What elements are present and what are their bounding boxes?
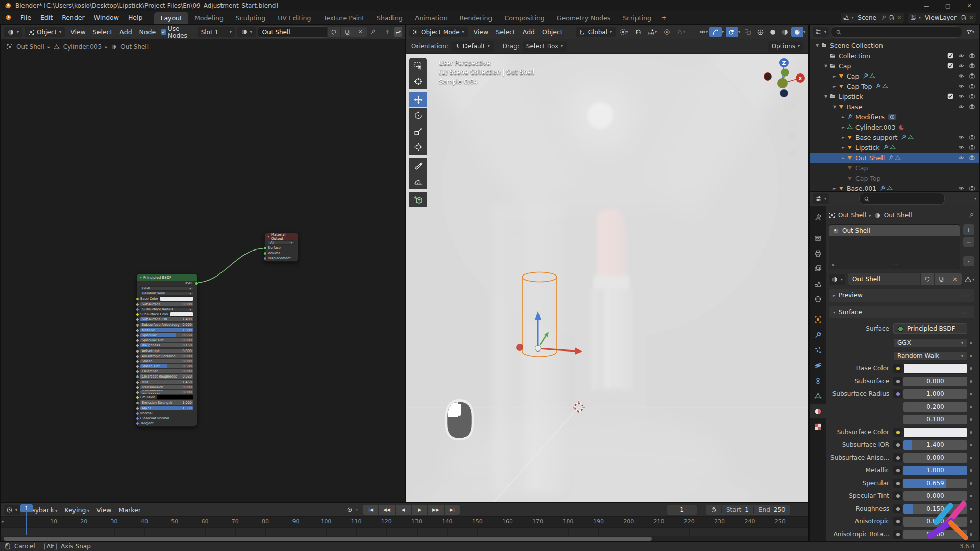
tab-texture[interactable] [810,419,826,434]
value-slider[interactable]: 0.150 [903,504,967,514]
camera-icon[interactable] [969,134,975,140]
eye-icon[interactable] [958,134,965,140]
slider-specular-tint[interactable]: Specular Tint0.000 [140,338,193,342]
node-socket-purple[interactable] [136,422,139,425]
decorator-icon[interactable] [967,469,974,472]
orientation-dropdown[interactable]: Default▾ [451,41,494,52]
menu-file[interactable]: File [16,14,36,21]
dropdown-subsurface-radius[interactable]: Subsurface Radius▾ [140,307,193,312]
editor-type-button[interactable]: ▾ [4,27,22,37]
node-socket-gray[interactable] [136,334,139,337]
slider-metallic[interactable]: Metallic1.000 [140,328,193,332]
shading-solid-icon[interactable] [767,27,779,37]
auto-keying-icon[interactable] [344,505,356,515]
color-field[interactable] [903,427,967,438]
expander-icon[interactable]: ▼ [822,94,829,99]
node-socket-gray[interactable] [136,344,139,347]
maximize-button[interactable]: ▢ [937,0,959,11]
eye-icon[interactable] [958,53,965,59]
slider-anisotropic[interactable]: Anisotropic0.000 [140,349,193,353]
camera-icon[interactable] [969,53,975,59]
value-slider[interactable]: 0.200 [903,402,967,412]
tab-sculpting[interactable]: Sculpting [230,12,272,24]
playhead-line[interactable] [26,512,27,535]
menu-edit[interactable]: Edit [36,14,57,21]
pin-icon[interactable] [369,27,377,37]
playhead[interactable]: 1 [20,504,33,512]
node-socket-green[interactable] [263,252,267,255]
outliner-row-cap-top[interactable]: ►Cap Top [810,81,979,91]
gizmos-dropdown-icon[interactable]: ▾ [722,30,724,34]
eye-icon[interactable] [958,63,965,69]
viewlayer-selector[interactable]: ▾ ViewLayer ✕ [908,13,976,23]
expander-icon[interactable]: ► [831,74,838,79]
visibility-eye-icon[interactable]: ▾ [697,27,709,37]
camera-icon[interactable] [969,144,975,151]
breadcrumb-mesh[interactable]: Cylinder.005 [63,43,102,51]
node-socket-gray[interactable] [136,355,139,358]
value-slider[interactable]: 0.000 [903,453,967,463]
expander-icon[interactable]: ► [840,145,847,150]
decorator-icon[interactable] [967,533,974,536]
scene-selector[interactable]: ▾ Scene ✕ [841,13,904,23]
value-slider[interactable]: 1.000 [903,466,967,475]
sss-method-dropdown[interactable]: Random Walk▾ [140,291,193,296]
socket-button[interactable] [893,466,902,475]
tab-compositing[interactable]: Compositing [498,12,550,24]
tab-rendering[interactable]: Rendering [454,12,499,24]
play-reverse-button[interactable]: ◀ [396,505,411,515]
color-swatch-subsurface-color[interactable] [170,312,193,317]
checkbox-icon[interactable] [947,93,953,99]
node-canvas[interactable]: ▾Principled BSDFBSDFGGX▾Random Walk▾Base… [1,25,405,502]
overlays-dropdown-icon[interactable]: ▾ [738,30,740,34]
preview-section-header[interactable]: ▸Preview:::: [829,289,974,302]
slider-clearcoat[interactable]: Clearcoat0.000 [140,369,193,373]
outliner-row-cap[interactable]: ▼Cap [810,61,979,71]
tab-modeling[interactable]: Modeling [188,12,230,24]
pin-icon[interactable] [880,15,887,21]
menu-keying[interactable]: Keying ▾ [61,506,93,514]
outliner-row-base-001[interactable]: ►Base.001 [810,183,979,191]
overlays-toggle-icon[interactable] [726,27,738,37]
value-slider[interactable]: 1.000 [903,389,967,399]
node-socket-gray[interactable] [136,391,139,394]
decorator-icon[interactable] [967,508,974,510]
badge-material-icon[interactable] [898,124,905,131]
target-dropdown[interactable]: All▾ [268,240,295,245]
shading-wireframe-icon[interactable] [754,27,767,37]
tab-render[interactable] [810,231,826,245]
snap-hook-icon[interactable] [394,27,402,37]
tab-particles[interactable] [810,343,826,357]
go-parent-node-icon[interactable] [383,27,391,37]
socket-button[interactable] [893,453,902,462]
snap-magnet-icon[interactable] [632,27,644,37]
slot-specials-button[interactable]: ▾ [963,256,974,266]
xray-toggle-icon[interactable] [742,27,754,37]
outliner-row-cylinder-003[interactable]: ►Cylinder.003 [810,122,979,132]
copy-material-icon[interactable] [340,27,354,37]
properties-editor-type-button[interactable]: ▾ [813,193,829,204]
node-socket-gray[interactable] [136,407,139,410]
node-socket-purple[interactable] [136,308,139,311]
end-frame-field[interactable]: End 250 [753,506,790,513]
socket-button[interactable] [893,517,902,526]
fake-user-shield-icon[interactable] [327,27,340,37]
add-workspace-button[interactable]: + [657,14,671,21]
value-slider[interactable]: 0.000 [903,491,967,501]
decorator-icon[interactable] [967,367,974,370]
eye-icon[interactable] [958,83,965,89]
current-frame-field[interactable]: 1 [667,505,697,515]
outliner-row-cap[interactable]: ►Cap [810,71,979,81]
slider-subsurface[interactable]: Subsurface0.000 [140,302,193,306]
socket-button[interactable] [893,428,902,437]
proportional-edit-icon[interactable] [660,27,673,37]
remove-slot-button[interactable]: − [963,237,974,247]
value-slider[interactable]: 0.000 [903,530,967,539]
breadcrumb-material[interactable]: Out Shell [884,212,912,219]
slider-alpha[interactable]: Alpha1.000 [140,406,193,410]
outliner-row-collection[interactable]: Collection [810,51,979,61]
node-socket-green[interactable] [263,246,267,250]
new-copy-icon[interactable] [889,15,895,21]
outliner-row-out-shell[interactable]: ►Out Shell [810,153,979,163]
node-socket-gray[interactable] [136,349,139,353]
